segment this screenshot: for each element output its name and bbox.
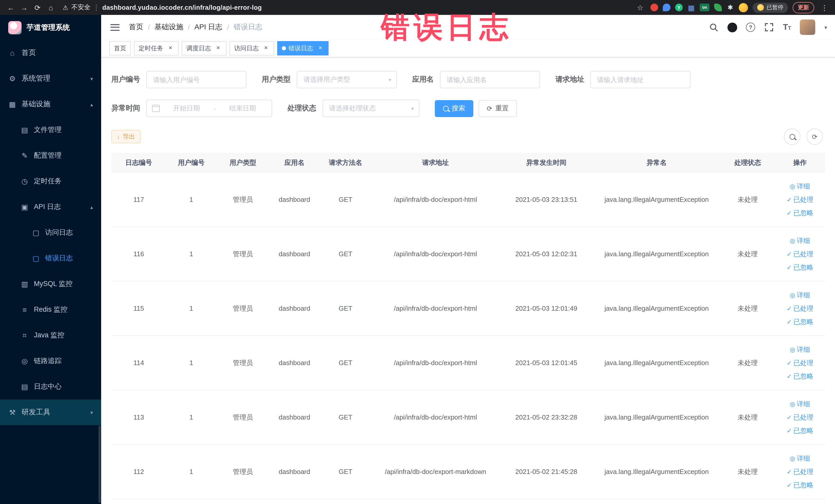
- cell-actions: ◎ 详细 ✓ 已处理 ✓ 已忽略: [775, 227, 825, 281]
- update-button[interactable]: 更新: [793, 2, 814, 13]
- user-id-input[interactable]: [146, 71, 246, 88]
- app-logo[interactable]: 芋道管理系统: [0, 15, 101, 40]
- ignored-link[interactable]: ✓ 已忽略: [787, 206, 813, 220]
- processed-link[interactable]: ✓ 已处理: [787, 193, 813, 206]
- ignored-link[interactable]: ✓ 已忽略: [787, 315, 813, 328]
- detail-link[interactable]: ◎ 详细: [790, 234, 810, 247]
- user-type-select[interactable]: 请选择用户类型 ▾: [297, 71, 397, 88]
- hamburger-icon[interactable]: [110, 24, 120, 31]
- detail-label: 详细: [797, 343, 810, 356]
- sidebar-item-access-log[interactable]: ▢ 访问日志: [0, 220, 101, 245]
- processed-link[interactable]: ✓ 已处理: [787, 302, 813, 315]
- github-icon[interactable]: [728, 22, 737, 32]
- detail-link[interactable]: ◎ 详细: [790, 343, 810, 356]
- detail-link[interactable]: ◎ 详细: [790, 288, 810, 302]
- sidebar-item-dev-tools[interactable]: ⚒ 研发工具 ▾: [0, 400, 101, 425]
- sidebar-item-java[interactable]: ⌗ Java 监控: [0, 322, 101, 348]
- sidebar-item-error-log[interactable]: ▢ 错误日志: [0, 245, 101, 271]
- breadcrumb-home[interactable]: 首页: [129, 23, 143, 32]
- sidebar-item-system[interactable]: ⚙ 系统管理 ▾: [0, 66, 101, 92]
- detail-link[interactable]: ◎ 详细: [790, 180, 810, 193]
- address-bar[interactable]: ⚠ 不安全 dashboard.yudao.iocoder.cn/infra/l…: [63, 3, 262, 12]
- request-url-input[interactable]: [590, 71, 691, 88]
- sidebar-item-log-center[interactable]: ▤ 日志中心: [0, 374, 101, 400]
- search-icon[interactable]: [709, 22, 719, 32]
- sidebar-item-home[interactable]: ⌂ 首页: [0, 40, 101, 66]
- browser-home-icon[interactable]: ⌂: [45, 3, 57, 12]
- breadcrumb-infra[interactable]: 基础设施: [155, 23, 183, 32]
- extension-pinwheel-icon[interactable]: ✱: [727, 4, 734, 11]
- refresh-button[interactable]: ⟳: [807, 128, 823, 145]
- cell-app-name: dashboard: [269, 281, 320, 336]
- ignored-link[interactable]: ✓ 已忽略: [787, 261, 813, 274]
- ignored-link[interactable]: ✓ 已忽略: [787, 478, 813, 492]
- extension-grid-icon[interactable]: ▦: [687, 4, 695, 11]
- tab-job[interactable]: 定时任务 ×: [134, 41, 179, 56]
- detail-link[interactable]: ◎ 详细: [790, 451, 810, 465]
- select-placeholder: 请选择用户类型: [303, 75, 350, 84]
- extension-y-icon[interactable]: Y: [675, 4, 683, 11]
- tab-error-log[interactable]: 错误日志 ×: [277, 41, 329, 56]
- cell-user-id: 1: [166, 172, 217, 227]
- table-row: 115 1 管理员 dashboard GET /api/infra/db-do…: [111, 281, 825, 336]
- cell-actions: ◎ 详细 ✓ 已处理 ✓ 已忽略: [775, 336, 825, 390]
- sidebar-item-trace[interactable]: ◎ 链路追踪: [0, 348, 101, 374]
- reset-button[interactable]: ⟳ 重置: [478, 100, 517, 117]
- paused-pill-button[interactable]: 已暂停: [753, 2, 788, 13]
- sidebar-item-redis[interactable]: ≡ Redis 监控: [0, 297, 101, 322]
- browser-menu-icon[interactable]: ⋮: [819, 3, 830, 12]
- help-icon[interactable]: ?: [746, 23, 755, 32]
- close-icon[interactable]: ×: [262, 45, 269, 52]
- sidebar-item-mysql[interactable]: ▥ MySQL 监控: [0, 271, 101, 297]
- sidebar-item-file[interactable]: ▤ 文件管理: [0, 117, 101, 143]
- ignored-link[interactable]: ✓ 已忽略: [787, 369, 813, 383]
- extension-leaf-icon[interactable]: [714, 4, 722, 11]
- caret-down-icon[interactable]: ▾: [824, 24, 827, 30]
- cell-user-id: 1: [166, 444, 217, 499]
- filter-app-name: 应用名: [412, 71, 540, 88]
- log-doc-icon: ▢: [32, 228, 40, 237]
- forward-icon[interactable]: →: [19, 3, 30, 12]
- close-icon[interactable]: ×: [167, 45, 174, 52]
- processed-link[interactable]: ✓ 已处理: [787, 356, 813, 369]
- extension-on-badge-icon[interactable]: on: [700, 4, 710, 11]
- close-icon[interactable]: ×: [215, 45, 222, 52]
- filter-label: 用户类型: [262, 75, 290, 84]
- search-button[interactable]: 搜索: [435, 100, 473, 117]
- fullscreen-icon[interactable]: [764, 22, 774, 32]
- breadcrumb-api-log[interactable]: API 日志: [195, 23, 223, 32]
- toggle-search-button[interactable]: [784, 128, 800, 145]
- sidebar-scrollbar[interactable]: [99, 426, 101, 503]
- extension-red-icon[interactable]: [650, 4, 658, 11]
- bookmark-star-icon[interactable]: ☆: [634, 3, 646, 12]
- sidebar-item-job[interactable]: ◷ 定时任务: [0, 168, 101, 194]
- cell-request-url: /api/infra/db-doc/export-markdown: [371, 444, 500, 499]
- refresh-icon: ⟳: [487, 104, 492, 112]
- chevron-down-icon: ▾: [411, 105, 414, 111]
- date-range-picker[interactable]: 开始日期 - 结束日期: [146, 100, 272, 117]
- sidebar-item-config[interactable]: ✎ 配置管理: [0, 143, 101, 168]
- reload-icon[interactable]: ⟳: [32, 3, 43, 12]
- cell-actions: ◎ 详细 ✓ 已处理 ✓ 已忽略: [775, 444, 825, 499]
- app-name-input[interactable]: [440, 71, 540, 88]
- tab-job-log[interactable]: 调度日志 ×: [182, 41, 226, 56]
- detail-link[interactable]: ◎ 详细: [790, 397, 810, 410]
- back-icon[interactable]: ←: [5, 3, 16, 12]
- processed-link[interactable]: ✓ 已处理: [787, 247, 813, 261]
- extension-drop-icon[interactable]: [663, 4, 670, 11]
- process-status-select[interactable]: 请选择处理状态 ▾: [322, 100, 420, 117]
- processed-link[interactable]: ✓ 已处理: [787, 410, 813, 424]
- sidebar-item-infra[interactable]: ▦ 基础设施 ▴: [0, 92, 101, 117]
- close-icon[interactable]: ×: [317, 45, 324, 52]
- font-size-icon[interactable]: TT: [783, 23, 791, 32]
- export-button[interactable]: ↓ 导出: [111, 130, 141, 143]
- filter-user-id: 用户编号: [111, 71, 246, 88]
- tab-access-log[interactable]: 访问日志 ×: [229, 41, 274, 56]
- sidebar-item-api-log[interactable]: ▣ API 日志 ▴: [0, 194, 101, 220]
- cell-exception-name: java.lang.IllegalArgumentException: [593, 336, 720, 390]
- user-avatar[interactable]: [800, 20, 815, 35]
- ignored-link[interactable]: ✓ 已忽略: [787, 424, 813, 437]
- tab-home[interactable]: 首页: [109, 41, 131, 56]
- processed-link[interactable]: ✓ 已处理: [787, 465, 813, 478]
- browser-profile-avatar[interactable]: [739, 3, 748, 12]
